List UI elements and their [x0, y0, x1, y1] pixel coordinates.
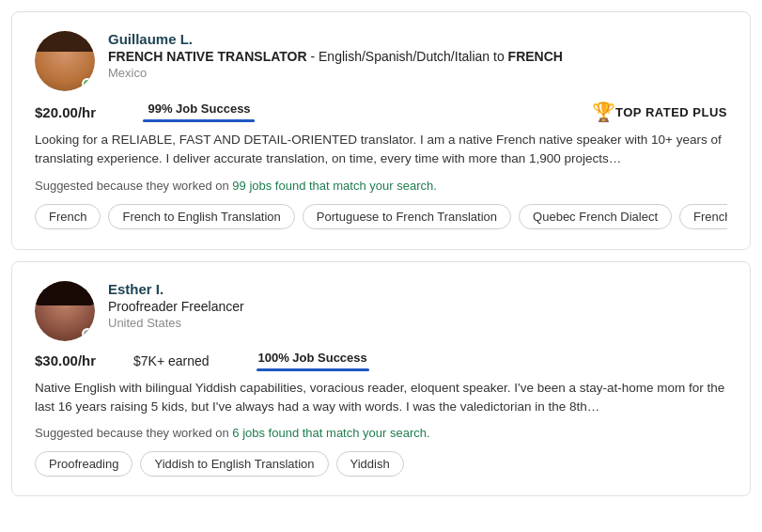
job-success-bar-1 [143, 119, 256, 122]
tag-yiddish-english[interactable]: Yiddish to English Translation [140, 451, 328, 477]
job-success-bar-2 [257, 368, 369, 371]
rate-2: $30.00/hr [35, 352, 96, 368]
stats-row-1: $20.00/hr 99% Job Success 🏆 TOP RATED PL… [35, 101, 727, 123]
top-rated-icon-1: 🏆 [592, 101, 615, 123]
freelancer-title-1: FRENCH NATIVE TRANSLATOR - English/Spani… [108, 49, 727, 64]
tag-quebec[interactable]: Quebec French Dialect [519, 204, 672, 229]
tags-row-2: Proofreading Yiddish to English Translat… [35, 451, 727, 477]
tag-french-english[interactable]: French to English Translation [108, 204, 294, 229]
freelancer-location-1: Mexico [108, 66, 727, 80]
avatar-1 [35, 31, 95, 91]
job-success-fill-1 [143, 119, 255, 122]
freelancer-title-2: Proofreader Freelancer [108, 299, 727, 314]
card-header-2: Esther I. Proofreader Freelancer United … [35, 281, 727, 341]
freelancer-info-2: Esther I. Proofreader Freelancer United … [108, 281, 727, 330]
job-success-label-2: 100% Job Success [257, 351, 366, 365]
description-1: Looking for a RELIABLE, FAST AND DETAIL-… [35, 131, 727, 169]
tag-portuguese-french[interactable]: Portuguese to French Translation [303, 204, 511, 229]
stats-row-2: $30.00/hr $7K+ earned 100% Job Success [35, 351, 727, 371]
job-success-1: 99% Job Success [133, 102, 265, 122]
top-rated-badge-1: 🏆 TOP RATED PLUS [592, 101, 727, 123]
suggested-link-1[interactable]: 99 jobs found that match your search. [232, 179, 437, 193]
tag-proofreading[interactable]: Proofreading [35, 451, 132, 477]
freelancer-name-2[interactable]: Esther I. [108, 281, 727, 297]
top-rated-text-1: TOP RATED PLUS [615, 105, 727, 119]
suggested-prefix-1: Suggested because they worked on [35, 179, 232, 193]
tag-french[interactable]: French [35, 204, 101, 229]
job-success-2: 100% Job Success [247, 351, 379, 371]
job-success-fill-2 [257, 368, 369, 371]
tags-row-1: French French to English Translation Por… [35, 204, 727, 230]
suggested-row-2: Suggested because they worked on 6 jobs … [35, 426, 727, 440]
freelancer-card-1[interactable]: Guillaume L. FRENCH NATIVE TRANSLATOR - … [11, 11, 751, 250]
status-dot-online-1 [82, 78, 93, 89]
status-dot-offline-2 [82, 328, 93, 339]
card-header-1: Guillaume L. FRENCH NATIVE TRANSLATOR - … [35, 31, 727, 91]
suggested-prefix-2: Suggested because they worked on [35, 426, 232, 440]
freelancer-name-1[interactable]: Guillaume L. [108, 31, 727, 47]
suggested-row-1: Suggested because they worked on 99 jobs… [35, 179, 727, 193]
freelancer-location-2: United States [108, 316, 727, 330]
tag-yiddish[interactable]: Yiddish [336, 451, 404, 477]
earned-2: $7K+ earned [133, 353, 210, 368]
tag-french-s[interactable]: French to S [679, 204, 727, 229]
freelancer-info-1: Guillaume L. FRENCH NATIVE TRANSLATOR - … [108, 31, 727, 80]
freelancer-card-2[interactable]: Esther I. Proofreader Freelancer United … [11, 261, 751, 497]
rate-1: $20.00/hr [35, 104, 96, 120]
job-success-label-1: 99% Job Success [148, 102, 250, 116]
suggested-link-2[interactable]: 6 jobs found that match your search. [232, 426, 429, 440]
avatar-2 [35, 281, 95, 341]
description-2: Native English with bilingual Yiddish ca… [35, 379, 727, 417]
